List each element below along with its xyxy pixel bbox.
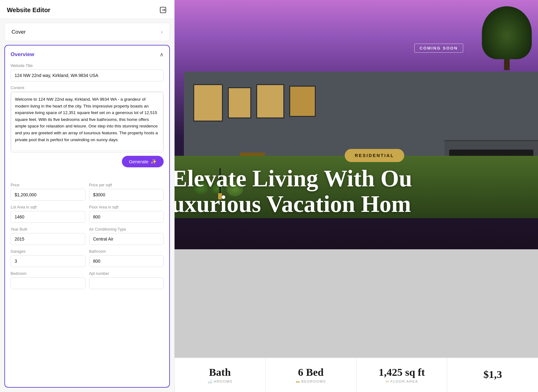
bedroom-label: Bedroom bbox=[11, 271, 85, 276]
stats-bar: Bath 🛁 HROOMS 6 Bed 🛏 BEDROOMS 1,425 sq … bbox=[175, 358, 538, 392]
headline-line2: uxurious Vacation Hom bbox=[175, 191, 538, 217]
overview-title: Overview bbox=[11, 51, 34, 58]
residential-badge: RESIDENTIAL bbox=[345, 149, 404, 162]
ac-type-group: Air Conditioning Type bbox=[89, 227, 164, 245]
floor-area-group: Floor Area in sqft bbox=[89, 205, 164, 223]
cover-label: Cover bbox=[12, 29, 26, 35]
stat-bath: Bath 🛁 HROOMS bbox=[175, 358, 266, 392]
stat-bath-value: Bath bbox=[209, 366, 231, 378]
collapse-icon[interactable]: ∧ bbox=[160, 51, 164, 58]
stat-floor-value: 1,425 sq ft bbox=[379, 366, 425, 378]
generate-row: Generate ✨ bbox=[11, 153, 164, 167]
stat-floor: 1,425 sq ft ✏ FLOOR AREA bbox=[357, 358, 448, 392]
year-built-label: Year Built bbox=[11, 227, 85, 232]
generate-label: Generate bbox=[129, 159, 148, 164]
stat-floor-label: FLOOR AREA bbox=[391, 380, 418, 383]
apt-number-label: Apt number bbox=[89, 271, 164, 276]
residential-text: RESIDENTIAL bbox=[355, 153, 394, 158]
overview-card: Overview ∧ Website Title Content Welcome… bbox=[4, 45, 170, 388]
cover-row[interactable]: Cover › bbox=[4, 23, 170, 41]
lot-area-label: Lot Area in sqft bbox=[11, 205, 85, 209]
row-bed-apt: Bedroom Apt number bbox=[11, 271, 164, 289]
content-label: Content bbox=[11, 86, 164, 90]
bedroom-input[interactable] bbox=[11, 277, 85, 289]
hero-headline: Elevate Living With Ou uxurious Vacation… bbox=[175, 165, 538, 217]
overview-header: Overview ∧ bbox=[11, 51, 164, 58]
apt-number-input[interactable] bbox=[89, 277, 164, 289]
app-title: Website Editor bbox=[7, 7, 50, 14]
content-group: Content Welcome to 124 NW 22nd way, Kirk… bbox=[11, 86, 164, 167]
bathroom-label: Bathroom bbox=[89, 249, 164, 254]
lot-area-group: Lot Area in sqft bbox=[11, 205, 85, 223]
price-sqft-group: Price per sqft bbox=[89, 183, 164, 201]
year-built-group: Year Built bbox=[11, 227, 85, 245]
stat-bed-label-row: 🛏 BEDROOMS bbox=[296, 379, 326, 384]
stat-price: $1,3 bbox=[447, 358, 538, 392]
coming-soon-badge: COMING SOON bbox=[414, 44, 463, 53]
price-sqft-label: Price per sqft bbox=[89, 183, 164, 187]
window-3 bbox=[256, 84, 284, 118]
left-panel: Website Editor Cover › Overview ∧ Websit… bbox=[0, 0, 175, 392]
coming-soon-text: COMING SOON bbox=[420, 46, 458, 50]
garages-label: Garages bbox=[11, 249, 85, 254]
price-group: Price bbox=[11, 183, 85, 201]
apt-number-group: Apt number bbox=[89, 271, 164, 289]
row-price: Price Price per sqft bbox=[11, 183, 164, 201]
garages-input[interactable] bbox=[11, 255, 85, 267]
exit-button[interactable] bbox=[159, 6, 167, 14]
price-label: Price bbox=[11, 183, 85, 187]
content-textarea[interactable]: Welcome to 124 NW 22nd way, Kirkland, WA… bbox=[11, 92, 163, 151]
tree-foliage bbox=[482, 6, 532, 59]
bed-icon: 🛏 bbox=[296, 379, 300, 384]
panel-header: Website Editor bbox=[0, 0, 174, 19]
stat-bed-value: 6 Bed bbox=[298, 366, 324, 378]
year-built-input[interactable] bbox=[11, 233, 85, 245]
windows-row bbox=[193, 84, 316, 122]
chevron-right-icon: › bbox=[161, 29, 163, 35]
bedroom-group: Bedroom bbox=[11, 271, 85, 289]
website-title-group: Website Title bbox=[11, 64, 164, 81]
stat-bath-label: HROOMS bbox=[214, 380, 233, 383]
window-2 bbox=[228, 87, 251, 118]
bathroom-group: Bathroom bbox=[89, 249, 164, 267]
right-panel: COMING SOON RESIDENTIAL Elevate Living W… bbox=[175, 0, 538, 392]
window-1 bbox=[193, 84, 223, 122]
stat-bath-label-row: 🛁 HROOMS bbox=[207, 379, 233, 384]
row-area: Lot Area in sqft Floor Area in sqft bbox=[11, 205, 164, 223]
window-4 bbox=[289, 86, 316, 117]
floor-icon: ✏ bbox=[386, 379, 389, 384]
property-hero: COMING SOON RESIDENTIAL Elevate Living W… bbox=[175, 0, 538, 249]
stat-floor-label-row: ✏ FLOOR AREA bbox=[386, 379, 418, 384]
row-year-ac: Year Built Air Conditioning Type bbox=[11, 227, 164, 245]
floor-area-input[interactable] bbox=[89, 211, 164, 223]
price-sqft-input[interactable] bbox=[89, 189, 164, 201]
price-input[interactable] bbox=[11, 189, 85, 201]
ac-type-label: Air Conditioning Type bbox=[89, 227, 164, 232]
website-title-label: Website Title bbox=[11, 64, 164, 68]
content-box: Welcome to 124 NW 22nd way, Kirkland, WA… bbox=[11, 92, 164, 153]
headline-line1: Elevate Living With Ou bbox=[175, 165, 538, 191]
sparkle-icon: ✨ bbox=[151, 159, 157, 165]
website-title-input[interactable] bbox=[11, 69, 164, 81]
stat-bed-label: BEDROOMS bbox=[301, 380, 326, 383]
lot-area-input[interactable] bbox=[11, 211, 85, 223]
row-garage-bath: Garages Bathroom bbox=[11, 249, 164, 267]
garages-group: Garages bbox=[11, 249, 85, 267]
ac-type-input[interactable] bbox=[89, 233, 164, 245]
stat-price-value: $1,3 bbox=[483, 369, 502, 380]
generate-button[interactable]: Generate ✨ bbox=[122, 156, 164, 167]
stat-bed: 6 Bed 🛏 BEDROOMS bbox=[266, 358, 357, 392]
fields-grid: Price Price per sqft Lot Area in sqft Fl… bbox=[11, 183, 164, 289]
floor-area-label: Floor Area in sqft bbox=[89, 205, 164, 209]
bathroom-input[interactable] bbox=[89, 255, 164, 267]
bath-icon: 🛁 bbox=[207, 379, 212, 384]
